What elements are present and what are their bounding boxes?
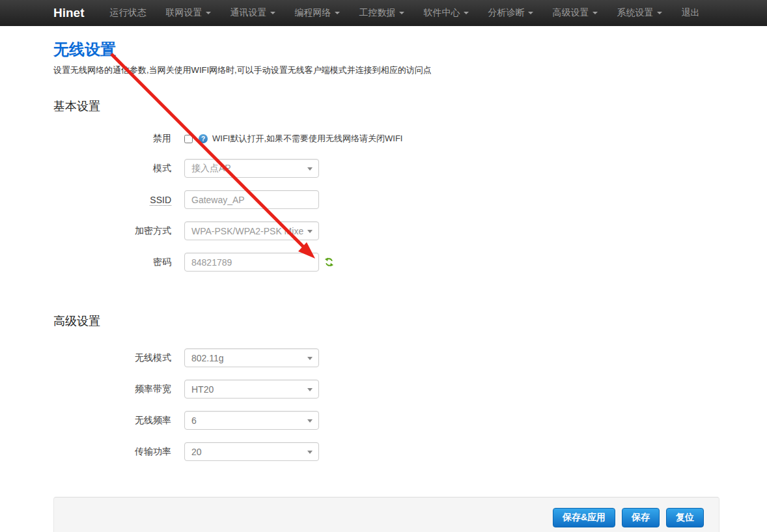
nav-item-run-status[interactable]: 运行状态: [100, 0, 156, 26]
save-apply-button[interactable]: 保存&应用: [553, 508, 615, 527]
main-menu: 运行状态 联网设置 通讯设置 编程网络 工控数据 软件中心 分析诊断 高级设置 …: [100, 0, 710, 26]
caret-down-icon: [335, 12, 340, 14]
caret-down-icon: [307, 451, 313, 454]
save-button[interactable]: 保存: [622, 508, 660, 527]
caret-down-icon: [399, 12, 404, 14]
basic-settings-heading: 基本设置: [53, 98, 719, 114]
password-row: 密码: [53, 253, 719, 272]
caret-down-icon: [307, 357, 313, 360]
nav-item-advanced-settings[interactable]: 高级设置: [543, 0, 607, 26]
bandwidth-select[interactable]: HT20: [184, 380, 319, 399]
ssid-row: SSID: [53, 190, 719, 209]
top-navbar: Hinet 运行状态 联网设置 通讯设置 编程网络 工控数据 软件中心 分析诊断…: [0, 0, 767, 26]
caret-down-icon: [270, 12, 275, 14]
caret-down-icon: [307, 388, 313, 391]
mode-label: 模式: [53, 163, 171, 175]
password-label: 密码: [53, 257, 171, 268]
caret-down-icon: [206, 12, 211, 14]
wireless-mode-select[interactable]: 802.11g: [184, 348, 319, 367]
bandwidth-row: 频率带宽 HT20: [53, 380, 719, 399]
tx-power-row: 传输功率 20: [53, 442, 719, 461]
bandwidth-label: 频率带宽: [53, 384, 171, 395]
password-input[interactable]: [184, 253, 319, 272]
action-bar: 保存&应用 保存 复位: [53, 497, 719, 532]
nav-item-system-settings[interactable]: 系统设置: [607, 0, 672, 26]
advanced-settings-area: 高级设置 无线模式 802.11g 频率带宽 HT20 无线频率 6 传输功率: [53, 313, 719, 461]
encryption-row: 加密方式 WPA-PSK/WPA2-PSK Mixed Mode: [53, 221, 719, 240]
disable-label: 禁用: [53, 133, 171, 145]
caret-down-icon: [307, 419, 313, 423]
help-icon: ?: [199, 134, 208, 143]
disable-row: 禁用 ? WIFI默认打开,如果不需要使用无线网络请关闭WIFI: [53, 133, 719, 145]
refresh-password-icon[interactable]: [324, 257, 334, 267]
caret-down-icon: [307, 167, 313, 171]
main-content: 无线设置 设置无线网络的通信参数,当网关使用WIFI网络时,可以手动设置无线客户…: [53, 39, 719, 532]
caret-down-icon: [657, 12, 662, 14]
nav-item-programming-network[interactable]: 编程网络: [285, 0, 350, 26]
nav-item-software-center[interactable]: 软件中心: [414, 0, 479, 26]
channel-row: 无线频率 6: [53, 411, 719, 430]
ssid-input[interactable]: [184, 190, 319, 209]
nav-item-logout[interactable]: 退出: [672, 0, 710, 26]
mode-row: 模式 接入点AP: [53, 159, 719, 178]
reset-button[interactable]: 复位: [666, 508, 704, 527]
advanced-settings-heading: 高级设置: [53, 313, 719, 329]
wireless-mode-row: 无线模式 802.11g: [53, 348, 719, 367]
nav-item-analysis-diagnosis[interactable]: 分析诊断: [479, 0, 543, 26]
brand-logo[interactable]: Hinet: [53, 6, 85, 20]
channel-select[interactable]: 6: [184, 411, 319, 430]
nav-item-communication-settings[interactable]: 通讯设置: [221, 0, 285, 26]
tx-power-label: 传输功率: [53, 446, 171, 458]
disable-checkbox[interactable]: [184, 135, 193, 143]
mode-select[interactable]: 接入点AP: [184, 159, 319, 178]
wifi-hint-text: WIFI默认打开,如果不需要使用无线网络请关闭WIFI: [212, 133, 402, 145]
encryption-select[interactable]: WPA-PSK/WPA2-PSK Mixed Mode: [184, 221, 319, 240]
nav-item-network-settings[interactable]: 联网设置: [156, 0, 221, 26]
channel-label: 无线频率: [53, 415, 171, 427]
caret-down-icon: [464, 12, 469, 14]
wireless-mode-label: 无线模式: [53, 352, 171, 364]
tx-power-select[interactable]: 20: [184, 442, 319, 461]
caret-down-icon: [307, 230, 313, 233]
caret-down-icon: [528, 12, 533, 14]
encryption-label: 加密方式: [53, 225, 171, 237]
caret-down-icon: [593, 12, 598, 14]
nav-item-industrial-data[interactable]: 工控数据: [350, 0, 414, 26]
page-title: 无线设置: [53, 39, 719, 60]
ssid-label: SSID: [53, 195, 171, 205]
page-subtitle: 设置无线网络的通信参数,当网关使用WIFI网络时,可以手动设置无线客户端模式并连…: [53, 64, 719, 76]
